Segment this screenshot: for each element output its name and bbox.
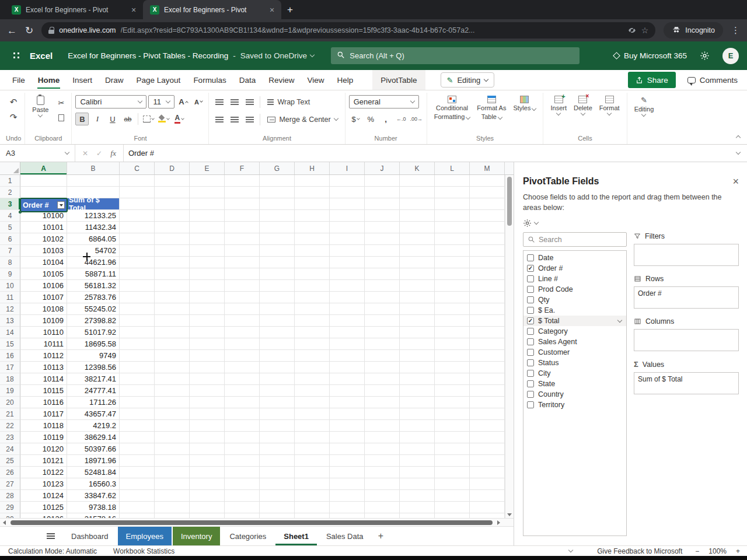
empty-cells[interactable] bbox=[120, 385, 505, 397]
column-header[interactable]: F bbox=[225, 162, 260, 174]
cell-order-number[interactable]: 10109 bbox=[20, 315, 67, 327]
row-header[interactable]: 28 bbox=[0, 490, 20, 502]
ribbon-tab[interactable]: Formulas bbox=[187, 70, 232, 90]
cell-empty[interactable] bbox=[67, 175, 120, 187]
field-item[interactable]: Sales Agent bbox=[523, 337, 626, 347]
field-checkbox[interactable] bbox=[527, 254, 534, 261]
grow-font-button[interactable]: A bbox=[176, 96, 190, 108]
cell-total-value[interactable]: 25783.76 bbox=[67, 292, 120, 303]
field-search-input[interactable] bbox=[539, 236, 622, 244]
zoom-out-button[interactable]: − bbox=[695, 547, 699, 555]
cell-a3-order-header[interactable]: Order # bbox=[20, 198, 67, 212]
scroll-right-icon[interactable] bbox=[497, 520, 500, 525]
row-header[interactable]: 29 bbox=[0, 502, 20, 513]
empty-cells[interactable] bbox=[120, 467, 505, 478]
app-name[interactable]: Excel bbox=[30, 51, 53, 61]
cell-empty[interactable] bbox=[20, 187, 67, 198]
cell-total-value[interactable]: 31578.16 bbox=[67, 513, 120, 518]
row-header[interactable]: 9 bbox=[0, 268, 20, 280]
delete-cells-button[interactable]: × Delete bbox=[570, 94, 596, 134]
field-item[interactable]: Line # bbox=[523, 274, 626, 284]
cell-order-number[interactable]: 10101 bbox=[20, 222, 67, 233]
editing-mode-dropdown[interactable]: ✎ Editing bbox=[441, 72, 495, 88]
empty-cells[interactable] bbox=[120, 338, 505, 350]
field-checkbox[interactable] bbox=[527, 391, 534, 398]
field-item[interactable]: Category bbox=[523, 326, 626, 337]
browser-tab[interactable]: X Excel for Beginners - Pivot × bbox=[143, 0, 281, 19]
column-header[interactable]: M bbox=[470, 162, 505, 174]
empty-cells[interactable] bbox=[120, 210, 505, 222]
columns-area[interactable] bbox=[634, 329, 739, 351]
row-header[interactable]: 1 bbox=[0, 175, 20, 187]
cell-order-number[interactable]: 10104 bbox=[20, 257, 67, 268]
cell-total-value[interactable]: 33847.62 bbox=[67, 490, 120, 502]
align-middle-button[interactable] bbox=[228, 96, 241, 108]
empty-cells[interactable] bbox=[120, 268, 505, 280]
cell-total-value[interactable]: 55245.02 bbox=[67, 303, 120, 315]
reload-button[interactable]: ↻ bbox=[25, 26, 33, 36]
cell-order-number[interactable]: 10119 bbox=[20, 432, 67, 443]
rows-field-chip[interactable]: Order # bbox=[638, 289, 662, 298]
empty-cells[interactable] bbox=[120, 420, 505, 432]
comments-button[interactable]: Comments bbox=[684, 76, 741, 85]
settings-gear-icon[interactable] bbox=[700, 51, 710, 61]
row-header[interactable]: 30 bbox=[0, 513, 20, 518]
row-header[interactable]: 3 bbox=[0, 198, 20, 210]
account-avatar[interactable]: E bbox=[722, 48, 739, 64]
empty-cells[interactable] bbox=[120, 303, 505, 315]
cell-total-value[interactable]: 38217.41 bbox=[67, 373, 120, 385]
ribbon-tab[interactable]: Data bbox=[233, 70, 263, 90]
empty-cells[interactable] bbox=[120, 187, 505, 198]
empty-cells[interactable] bbox=[120, 198, 505, 210]
vertical-scrollbar[interactable] bbox=[505, 175, 514, 518]
column-header[interactable]: I bbox=[330, 162, 365, 174]
empty-cells[interactable] bbox=[120, 513, 505, 518]
ribbon-tab[interactable]: Help bbox=[330, 70, 359, 90]
back-button[interactable]: ← bbox=[7, 26, 17, 36]
field-item[interactable]: Qty bbox=[523, 295, 626, 305]
share-button[interactable]: Share bbox=[628, 72, 676, 88]
cell-order-number[interactable]: 10120 bbox=[20, 443, 67, 455]
cell-total-value[interactable]: 52481.84 bbox=[67, 467, 120, 478]
cell-total-value[interactable]: 9749 bbox=[67, 350, 120, 362]
row-header[interactable]: 2 bbox=[0, 187, 20, 198]
bookmark-star-icon[interactable]: ☆ bbox=[641, 26, 649, 35]
eye-blocked-icon[interactable] bbox=[627, 26, 637, 34]
buy-microsoft-365-button[interactable]: Buy Microsoft 365 bbox=[614, 51, 687, 60]
cell-total-value[interactable]: 6864.05 bbox=[67, 233, 120, 245]
cell-order-number[interactable]: 10118 bbox=[20, 420, 67, 432]
cell-order-number[interactable]: 10103 bbox=[20, 245, 67, 257]
field-checkbox[interactable] bbox=[527, 338, 534, 345]
empty-cells[interactable] bbox=[120, 175, 505, 187]
field-item[interactable]: Country bbox=[523, 389, 626, 400]
row-header[interactable]: 23 bbox=[0, 432, 20, 443]
values-area[interactable]: Sum of $ Total bbox=[634, 372, 739, 394]
font-name-select[interactable]: Calibri bbox=[75, 95, 146, 108]
column-header[interactable]: D bbox=[155, 162, 190, 174]
empty-cells[interactable] bbox=[120, 245, 505, 257]
tab-close-icon[interactable]: × bbox=[129, 5, 138, 15]
selection-handle[interactable] bbox=[19, 211, 22, 214]
cell-order-number[interactable]: 10110 bbox=[20, 327, 67, 338]
bold-button[interactable]: B bbox=[75, 113, 89, 125]
field-checkbox[interactable] bbox=[527, 286, 534, 293]
cell-total-value[interactable]: 54702 bbox=[67, 245, 120, 257]
field-checkbox[interactable] bbox=[527, 349, 534, 356]
all-sheets-button[interactable] bbox=[42, 527, 60, 545]
insert-function-button[interactable]: fx bbox=[110, 149, 116, 158]
sheet-tab[interactable]: Sheet1 bbox=[275, 527, 317, 545]
expand-formula-bar-icon[interactable] bbox=[736, 150, 741, 155]
pane-options-dropdown[interactable] bbox=[523, 219, 739, 228]
increase-decimal-button[interactable]: ←.0 bbox=[395, 113, 408, 125]
sheet-tab[interactable]: Categories bbox=[221, 527, 274, 545]
status-options-chevron-icon[interactable] bbox=[568, 548, 573, 552]
column-header[interactable]: G bbox=[260, 162, 295, 174]
undo-button[interactable]: ↶ bbox=[7, 96, 20, 108]
confirm-entry-button[interactable]: ✓ bbox=[96, 149, 102, 158]
field-item[interactable]: State bbox=[523, 379, 626, 389]
cell-order-number[interactable]: 10108 bbox=[20, 303, 67, 315]
cell-order-number[interactable]: 10115 bbox=[20, 385, 67, 397]
empty-cells[interactable] bbox=[120, 397, 505, 408]
row-header[interactable]: 8 bbox=[0, 257, 20, 268]
cell-total-value[interactable]: 44621.96 bbox=[67, 257, 120, 268]
